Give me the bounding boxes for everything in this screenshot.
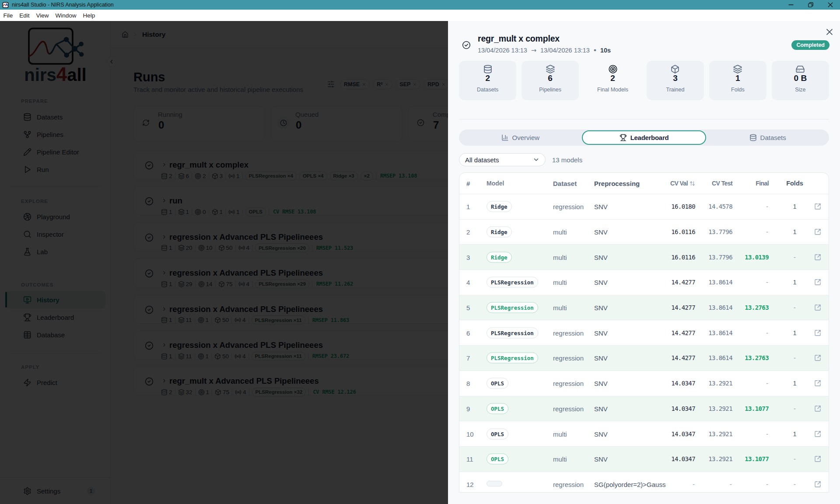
row-final: - [765,329,769,336]
modal-backdrop-overlay[interactable] [0,21,448,504]
modal-stat-label: Pipelines [522,87,579,93]
row-cv-val: 16.0116 [671,228,695,235]
row-final: - [765,228,769,235]
leaderboard-row[interactable]: 6PLSRegressionregressionSNV14.427713.861… [459,320,829,345]
row-folds: 1 [770,279,820,286]
row-cv-val: 14.0347 [671,455,695,462]
row-rank: 11 [466,455,473,463]
row-preprocessing: SNV [594,354,608,362]
model-badge-cell: OPLS [486,454,508,465]
menu-view[interactable]: View [33,10,52,21]
row-final: 13.1077 [745,455,769,462]
open-run-link[interactable] [814,304,821,311]
model-badge-cell [486,480,502,488]
leaderboard-row[interactable]: 2RidgemultiSNV16.011613.7796-1 [459,219,829,245]
row-cv-test: 13.8614 [708,304,732,311]
open-run-link[interactable] [814,254,821,261]
title-bar: nirs4all Studio - NIRS Analysis Applicat… [0,0,840,10]
row-preprocessing: SNV [594,405,608,412]
row-final: - [765,430,769,438]
leaderboard-row[interactable]: 5PLSRegressionmultiSNV14.427713.861413.2… [459,295,829,320]
modal-stat-folds: 1Folds [709,61,766,100]
row-cv-val: 14.4277 [671,329,695,336]
row-rank: 5 [466,304,470,312]
tab-datasets[interactable]: Datasets [706,130,829,146]
row-cv-val: 14.0347 [671,405,695,412]
open-run-link[interactable] [814,279,821,286]
open-run-link[interactable] [814,329,821,336]
minimize-button[interactable] [781,0,801,10]
models-count: 13 models [552,156,582,164]
dataset-filter-select[interactable]: All datasets [459,153,546,166]
window-title: nirs4all Studio - NIRS Analysis Applicat… [12,2,114,8]
menu-window[interactable]: Window [52,10,80,21]
open-run-link[interactable] [814,228,821,235]
row-folds: - [770,455,820,462]
row-cv-test: 13.8614 [708,329,732,336]
menu-help[interactable]: Help [80,10,98,21]
model-badge: Ridge [486,201,512,212]
open-run-link[interactable] [814,354,821,361]
database-icon [483,65,492,74]
open-run-link[interactable] [814,380,821,387]
model-badge-cell: Ridge [486,252,512,262]
row-final: - [765,203,769,210]
leaderboard-row[interactable]: 1RidgeregressionSNV16.018014.4578-1 [459,194,829,219]
col-dataset: Dataset [553,180,577,187]
col-folds: Folds [770,180,820,187]
target-icon [608,65,617,74]
row-rank: 1 [466,203,470,210]
col-cv-val-label[interactable]: CV Val [670,180,695,187]
modal-stat-label: Trained [647,87,704,93]
row-rank: 12 [466,480,474,488]
col-preprocessing: Preprocessing [594,180,640,187]
table-body: 1RidgeregressionSNV16.018014.4578-12Ridg… [459,194,829,493]
leaderboard-row[interactable]: 7PLSRegressionregressionSNV14.427713.861… [459,345,829,371]
model-badge: PLSRegression [486,277,538,288]
open-run-link[interactable] [814,430,821,438]
modal-dates: 13/04/2026 13:13 → 13/04/2026 13:13 • 10… [478,46,611,54]
modal-stat-value: 3 [647,74,704,83]
tab-overview[interactable]: Overview [459,130,582,146]
maximize-button[interactable] [801,0,820,10]
leaderboard-row[interactable]: 12regressionSG(polyorder=2)>Gauss---- [459,472,829,493]
model-badge-cell: PLSRegression [486,277,538,288]
tab-label: Overview [512,134,540,141]
sort-arrows-icon[interactable] [690,181,695,186]
open-run-link[interactable] [814,481,821,488]
row-rank: 4 [466,279,470,286]
open-run-link[interactable] [814,203,821,210]
row-cv-test: 13.2921 [708,455,732,462]
open-run-link[interactable] [814,405,821,412]
row-dataset: regression [553,203,584,210]
run-detail-modal: regr_mult x complex 13/04/2026 13:13 → 1… [448,21,840,504]
leaderboard-row[interactable]: 9OPLSregressionSNV14.034713.292113.1077- [459,396,829,421]
modal-stat-value: 2 [459,74,516,83]
leaderboard-row[interactable]: 3RidgemultiSNV16.011613.779613.0139- [459,244,829,270]
modal-divider [459,119,829,119]
status-check-circle-icon [462,41,471,49]
row-preprocessing: SNV [594,430,608,438]
box-icon [671,65,680,74]
modal-stat-label: Size [772,87,829,93]
row-preprocessing: SNV [594,279,608,286]
row-preprocessing: SNV [594,304,608,312]
leaderboard-row[interactable]: 10OPLSmultiSNV14.034713.2921-1 [459,421,829,446]
leaderboard-row[interactable]: 4PLSRegressionmultiSNV14.427713.8614-1 [459,270,829,295]
row-preprocessing: SNV [594,253,608,261]
close-window-button[interactable] [820,0,840,10]
close-icon[interactable] [826,28,833,36]
leaderboard-row[interactable]: 11OPLSmultiSNV14.034713.292113.1077- [459,446,829,472]
leaderboard-row[interactable]: 8OPLSregressionSNV14.034713.2921-1 [459,371,829,396]
tab-leaderboard[interactable]: Leaderboard [582,130,707,145]
row-rank: 2 [466,228,470,236]
row-cv-val: 14.0347 [671,380,695,387]
model-badge-cell: PLSRegression [486,353,538,364]
row-dataset: multi [553,430,567,438]
row-dataset: regression [553,480,584,488]
menu-file[interactable]: File [0,10,16,21]
row-final: 13.1077 [745,405,769,412]
open-run-link[interactable] [814,455,821,462]
model-badge: Ridge [486,252,512,262]
menu-edit[interactable]: Edit [16,10,33,21]
